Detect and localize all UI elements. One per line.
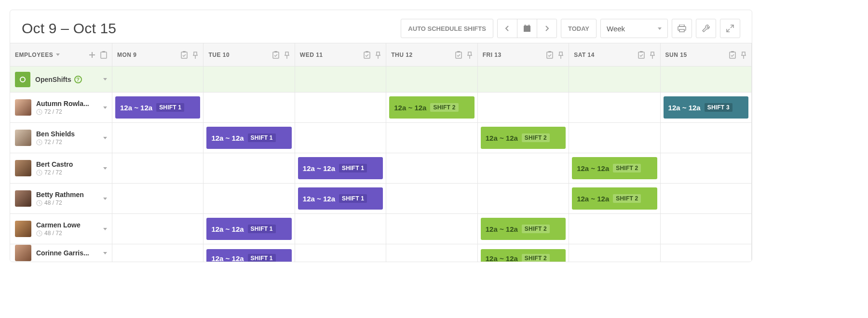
schedule-cell[interactable] [295, 214, 386, 244]
schedule-cell[interactable] [386, 244, 477, 262]
checklist-icon[interactable] [272, 51, 279, 59]
schedule-cell[interactable] [203, 184, 295, 214]
chevron-down-icon[interactable] [103, 137, 107, 139]
shift-block[interactable]: 12a ~ 12aSHIFT 2 [481, 218, 566, 240]
checklist-icon[interactable] [455, 51, 462, 59]
open-shifts-cell[interactable] [478, 66, 569, 93]
tools-button[interactable] [696, 19, 716, 38]
schedule-cell[interactable] [478, 184, 569, 214]
schedule-cell[interactable] [112, 123, 203, 153]
schedule-cell[interactable] [386, 153, 477, 184]
schedule-cell[interactable] [112, 184, 203, 214]
shift-block[interactable]: 12a ~ 12aSHIFT 2 [572, 187, 657, 210]
schedule-cell[interactable] [386, 184, 477, 214]
schedule-cell[interactable]: 12a ~ 12aSHIFT 1 [295, 153, 386, 184]
prev-button[interactable] [497, 19, 517, 38]
checklist-icon[interactable] [181, 51, 188, 59]
schedule-cell[interactable] [661, 214, 752, 244]
pin-icon[interactable] [467, 51, 473, 59]
open-shifts-cell[interactable] [112, 66, 203, 93]
schedule-cell[interactable] [295, 244, 386, 262]
employee-row-header[interactable]: Autumn Rowla...72 / 72 [10, 93, 112, 123]
pin-icon[interactable] [650, 51, 655, 59]
day-header-mon[interactable]: MON 9 [112, 43, 203, 66]
day-header-fri[interactable]: FRI 13 [478, 43, 569, 66]
shift-block[interactable]: 12a ~ 12aSHIFT 2 [481, 249, 566, 262]
expand-button[interactable] [720, 19, 740, 38]
schedule-cell[interactable] [661, 184, 752, 214]
schedule-cell[interactable] [569, 214, 660, 244]
clipboard-icon[interactable] [100, 51, 107, 59]
schedule-cell[interactable] [203, 93, 295, 123]
shift-block[interactable]: 12a ~ 12aSHIFT 1 [206, 127, 291, 149]
schedule-cell[interactable] [661, 244, 752, 262]
employee-row-header[interactable]: Betty Rathmen48 / 72 [10, 184, 112, 214]
schedule-cell[interactable] [569, 123, 660, 153]
pin-icon[interactable] [192, 51, 198, 59]
schedule-cell[interactable] [112, 153, 203, 184]
schedule-cell[interactable]: 12a ~ 12aSHIFT 3 [661, 93, 752, 123]
open-shifts-cell[interactable] [386, 66, 477, 93]
open-shifts-cell[interactable] [661, 66, 752, 93]
schedule-cell[interactable] [569, 244, 660, 262]
schedule-cell[interactable] [386, 214, 477, 244]
schedule-cell[interactable]: 12a ~ 12aSHIFT 1 [295, 184, 386, 214]
employee-row-header[interactable]: Carmen Lowe48 / 72 [10, 214, 112, 244]
shift-block[interactable]: 12a ~ 12aSHIFT 2 [481, 127, 566, 149]
shift-block[interactable]: 12a ~ 12aSHIFT 1 [298, 187, 383, 210]
schedule-cell[interactable] [478, 153, 569, 184]
pin-icon[interactable] [558, 51, 564, 59]
shift-block[interactable]: 12a ~ 12aSHIFT 1 [298, 157, 383, 179]
schedule-cell[interactable]: 12a ~ 12aSHIFT 1 [203, 244, 295, 262]
view-select[interactable]: Week [600, 19, 668, 38]
next-button[interactable] [537, 19, 557, 38]
schedule-cell[interactable] [661, 123, 752, 153]
open-shifts-cell[interactable] [203, 66, 295, 93]
shift-block[interactable]: 12a ~ 12aSHIFT 2 [389, 96, 474, 119]
pin-icon[interactable] [741, 51, 746, 59]
shift-block[interactable]: 12a ~ 12aSHIFT 1 [206, 218, 291, 240]
shift-block[interactable]: 12a ~ 12aSHIFT 2 [572, 157, 657, 179]
help-icon[interactable]: ? [74, 76, 82, 83]
chevron-down-icon[interactable] [103, 252, 107, 254]
print-button[interactable] [672, 19, 692, 38]
open-shifts-cell[interactable] [295, 66, 386, 93]
chevron-down-icon[interactable] [103, 198, 107, 200]
employee-row-header[interactable]: Corinne Garris... [10, 244, 112, 262]
chevron-down-icon[interactable] [103, 228, 107, 230]
checklist-icon[interactable] [729, 51, 736, 59]
schedule-cell[interactable]: 12a ~ 12aSHIFT 1 [203, 123, 295, 153]
chevron-down-icon[interactable] [103, 167, 107, 170]
schedule-cell[interactable]: 12a ~ 12aSHIFT 2 [386, 93, 477, 123]
employee-row-header[interactable]: Ben Shields72 / 72 [10, 123, 112, 153]
day-header-tue[interactable]: TUE 10 [203, 43, 295, 66]
schedule-cell[interactable] [295, 123, 386, 153]
schedule-cell[interactable]: 12a ~ 12aSHIFT 2 [569, 153, 660, 184]
employees-column-header[interactable]: EMPLOYEES [10, 43, 112, 66]
shift-block[interactable]: 12a ~ 12aSHIFT 1 [206, 249, 291, 262]
checklist-icon[interactable] [364, 51, 370, 59]
schedule-cell[interactable] [112, 214, 203, 244]
schedule-cell[interactable]: 12a ~ 12aSHIFT 2 [478, 244, 569, 262]
calendar-button[interactable] [517, 19, 537, 38]
pin-icon[interactable] [284, 51, 290, 59]
checklist-icon[interactable] [546, 51, 553, 59]
schedule-cell[interactable] [661, 153, 752, 184]
checklist-icon[interactable] [638, 51, 645, 59]
schedule-cell[interactable] [112, 244, 203, 262]
shift-block[interactable]: 12a ~ 12aSHIFT 1 [115, 96, 200, 119]
shift-block[interactable]: 12a ~ 12aSHIFT 3 [664, 96, 748, 119]
today-button[interactable]: TODAY [561, 19, 597, 38]
auto-schedule-button[interactable]: AUTO SCHEDULE SHIFTS [401, 19, 493, 38]
schedule-cell[interactable]: 12a ~ 12aSHIFT 2 [478, 123, 569, 153]
open-shifts-row-header[interactable]: OpenShifts ? [10, 66, 112, 93]
schedule-cell[interactable]: 12a ~ 12aSHIFT 1 [203, 214, 295, 244]
schedule-cell[interactable] [203, 153, 295, 184]
schedule-cell[interactable]: 12a ~ 12aSHIFT 2 [478, 214, 569, 244]
day-header-thu[interactable]: THU 12 [386, 43, 477, 66]
pin-icon[interactable] [375, 51, 381, 59]
day-header-sat[interactable]: SAT 14 [569, 43, 660, 66]
day-header-wed[interactable]: WED 11 [295, 43, 386, 66]
chevron-down-icon[interactable] [103, 78, 107, 80]
plus-icon[interactable] [89, 52, 95, 58]
